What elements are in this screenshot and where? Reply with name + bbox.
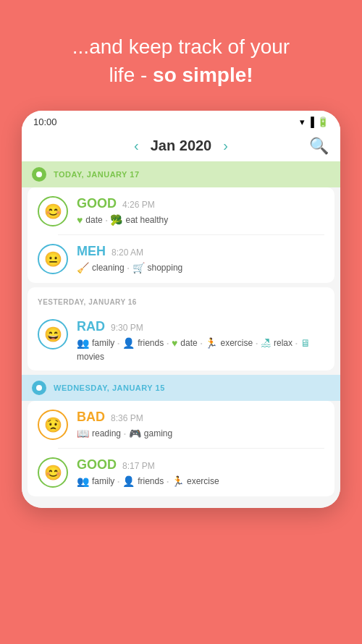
tag-label-friends2: friends [138,476,164,486]
good2-tags: 👥 family • 👤 friends • 🏃 exercise [77,475,324,487]
tag-sep-g2-1: • [117,478,119,485]
good-icon: 😊 [38,196,68,226]
tag-sep2: • [167,340,169,347]
tag-label-exercise: exercise [220,338,253,348]
tag-icon-veg: 🥦 [110,214,122,226]
tag-label-movies: movies [77,352,104,362]
good2-mood-label: GOOD [77,457,117,473]
tag-icon-heart2: ♥ [172,337,177,349]
meh-title-row: MEH 8:20 AM [77,244,324,259]
tag-icon-family: 👥 [77,337,89,349]
tag-label-date: date [85,215,102,225]
tag-sep4: • [256,340,258,347]
next-month-button[interactable]: › [211,137,240,154]
bad-time: 8:36 PM [111,413,143,423]
rad-content: RAD 9:30 PM 👥 family • 👤 friends • ♥ [77,319,324,362]
tag-separator-2: • [127,265,130,271]
meh-content: MEH 8:20 AM 🧹 cleaning • 🛒 shopping [77,244,324,274]
tag-sep-bad1: • [124,431,126,437]
tag-sep-g2-2: • [167,478,169,485]
day-section-wednesday: WEDNESDAY, JANUARY 15 😟 BAD 8:36 PM 📖 [22,375,340,496]
tag-label-gaming: gaming [144,428,172,438]
tag-sep5: • [295,340,298,347]
wednesday-header: WEDNESDAY, JANUARY 15 [22,375,340,401]
tag-label-exercise2: exercise [187,476,219,486]
tag-label-date2: date [180,338,197,348]
entry-bad: 😟 BAD 8:36 PM 📖 reading • 🎮 [28,401,334,449]
tag-icon-family2: 👥 [77,475,89,487]
bad-mood-label: BAD [77,410,105,425]
today-dot [32,167,46,182]
app-background: ...and keep track of your life - so simp… [0,0,362,508]
tag-separator-1: • [106,217,108,224]
tag-icon-exercise: 🏃 [205,337,217,349]
signal-icon: ▐ [308,116,314,127]
battery-icon: 🔋 [317,116,329,127]
tag-icon-cart: 🛒 [132,262,145,274]
tag-label-family: family [92,338,114,348]
status-icons: ▾ ▐ 🔋 [300,116,329,127]
good-time: 4:26 PM [122,200,155,210]
phone-mockup: 10:00 ▾ ▐ 🔋 ‹ Jan 2020 › 🔍 TODAY, J [22,111,340,508]
good2-content: GOOD 8:17 PM 👥 family • 👤 friends • 🏃 [77,457,324,487]
tag-icon-friends2: 👤 [122,475,135,487]
tag-sep3: • [201,340,203,347]
wednesday-entries-card: 😟 BAD 8:36 PM 📖 reading • 🎮 [28,401,334,496]
timeline: TODAY, JANUARY 17 😊 GOOD 4:26 PM ♥ [22,161,340,508]
entry-meh: 😐 MEH 8:20 AM 🧹 cleaning • 🛒 [28,235,334,283]
rad-tags: 👥 family • 👤 friends • ♥ date • 🏃 exe [77,337,324,362]
promo-header: ...and keep track of your life - so simp… [0,0,362,111]
tag-icon-clean: 🧹 [77,262,89,274]
prev-month-button[interactable]: ‹ [122,137,151,154]
good2-time: 8:17 PM [122,461,155,471]
search-button[interactable]: 🔍 [309,137,329,156]
tag-label-relax: relax [274,338,292,348]
meh-mood-label: MEH [77,244,106,259]
bad-content: BAD 8:36 PM 📖 reading • 🎮 gaming [77,410,324,439]
meh-icon: 😐 [38,244,68,274]
entry-rad: 😄 RAD 9:30 PM 👥 family • 👤 [28,310,334,370]
entry-good2: 😊 GOOD 8:17 PM 👥 family • 👤 [28,449,334,496]
wed-dot [32,381,46,395]
today-header: TODAY, JANUARY 17 [22,161,340,187]
tag-sep1: • [117,340,119,347]
rad-time: 9:30 PM [111,323,143,333]
tag-label-shopping: shopping [148,263,183,273]
tag-label-family2: family [92,476,114,486]
tag-label-cleaning: cleaning [92,263,125,273]
month-nav: ‹ Jan 2020 › 🔍 [22,130,340,161]
rad-title-row: RAD 9:30 PM [77,319,324,334]
meh-time: 8:20 AM [111,247,143,258]
day-section-today: TODAY, JANUARY 17 😊 GOOD 4:26 PM ♥ [22,161,340,283]
wednesday-label: WEDNESDAY, JANUARY 15 [54,384,165,392]
tag-icon-movies: 🖥 [300,337,311,349]
good-title-row: GOOD 4:26 PM [77,196,324,211]
yesterday-entries-card: YESTERDAY, JANUARY 16 😄 RAD 9:30 PM 👥 [28,287,334,370]
wifi-icon: ▾ [300,116,305,127]
yesterday-header-row: YESTERDAY, JANUARY 16 [28,287,334,310]
tag-icon-friends: 👤 [122,337,135,349]
bad-title-row: BAD 8:36 PM [77,410,324,425]
good2-title-row: GOOD 8:17 PM [77,457,324,473]
tag-label-eat-healthy: eat healthy [125,215,168,225]
header-line1: ...and keep track of your [72,35,290,58]
yesterday-label: YESTERDAY, JANUARY 16 [38,298,137,306]
good2-icon: 😊 [38,457,68,488]
good-mood-label: GOOD [77,196,117,211]
tag-label-reading: reading [92,428,121,438]
meh-tags: 🧹 cleaning • 🛒 shopping [77,262,324,274]
tag-icon-heart: ♥ [77,214,83,226]
today-entries-card: 😊 GOOD 4:26 PM ♥ date • 🥦 ea [28,187,334,283]
entry-good: 😊 GOOD 4:26 PM ♥ date • 🥦 ea [28,187,334,235]
tag-icon-exercise2: 🏃 [172,475,184,487]
good-content: GOOD 4:26 PM ♥ date • 🥦 eat healthy [77,196,324,226]
day-section-yesterday: YESTERDAY, JANUARY 16 😄 RAD 9:30 PM 👥 [22,287,340,370]
good-tags: ♥ date • 🥦 eat healthy [77,214,324,226]
today-label: TODAY, JANUARY 17 [54,170,140,179]
bad-tags: 📖 reading • 🎮 gaming [77,428,324,439]
status-time: 10:00 [33,116,57,127]
tag-label-friends: friends [138,338,164,348]
tag-icon-relax: 🏖 [261,337,271,349]
header-line2: life - so simple! [109,64,253,86]
rad-mood-label: RAD [77,319,105,334]
